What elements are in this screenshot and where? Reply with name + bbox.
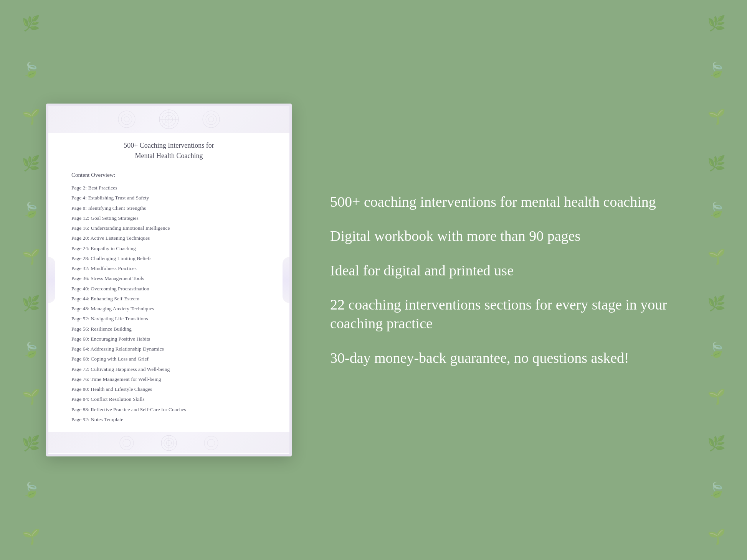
feature-item: Ideal for digital and printed use [330, 261, 701, 280]
svg-point-11 [206, 114, 216, 125]
leaf-decoration: 🌿 [22, 436, 40, 451]
toc-page-number: Page 88: [71, 407, 89, 412]
toc-item: Page 20: Active Listening Techniques [71, 233, 266, 243]
toc-page-number: Page 72: [71, 366, 89, 372]
toc-page-number: Page 56: [71, 326, 89, 332]
leaf-decoration: 🌿 [22, 156, 40, 171]
toc-page-number: Page 44: [71, 296, 89, 301]
leaf-decoration: 🍃 [22, 343, 40, 357]
toc-item: Page 80: Health and Lifestyle Changes [71, 384, 266, 394]
svg-point-19 [123, 439, 131, 447]
toc-page-number: Page 36: [71, 275, 89, 281]
content-overview-label: Content Overview: [71, 172, 266, 178]
leaf-decoration: 🌱 [707, 249, 726, 264]
leaf-decoration: 🌱 [707, 529, 726, 544]
leaf-decoration: 🌿 [22, 296, 40, 311]
features-panel: 500+ coaching interventions for mental h… [322, 193, 701, 367]
feature-item: 500+ coaching interventions for mental h… [330, 193, 701, 211]
document-card: 500+ Coaching Interventions for Mental H… [46, 104, 292, 456]
toc-page-number: Page 80: [71, 386, 89, 392]
leaf-decoration: 🍃 [22, 483, 40, 497]
toc-page-number: Page 76: [71, 376, 89, 382]
leaf-decoration: 🍃 [22, 63, 40, 77]
feature-item: 30-day money-back guarantee, no question… [330, 349, 701, 367]
toc-page-number: Page 16: [71, 225, 89, 231]
side-decoration-left [46, 257, 55, 303]
doc-title-line2: Mental Health Coaching [135, 152, 203, 160]
svg-point-20 [204, 436, 218, 450]
leaf-decoration: 🌿 [707, 296, 726, 311]
leaf-decoration: 🌿 [22, 16, 40, 31]
doc-title-line1: 500+ Coaching Interventions for [124, 142, 214, 149]
toc-item: Page 28: Challenging Limiting Beliefs [71, 254, 266, 264]
feature-item: 22 coaching interventions sections for e… [330, 295, 701, 333]
svg-point-18 [120, 436, 134, 450]
toc-item: Page 76: Time Management for Well-being [71, 374, 266, 384]
toc-item: Page 56: Resilience Building [71, 324, 266, 334]
toc-item: Page 64: Addressing Relationship Dynamic… [71, 344, 266, 354]
leaf-decoration: 🌿 [707, 436, 726, 451]
toc-item: Page 48: Managing Anxiety Techniques [71, 304, 266, 314]
document-title: 500+ Coaching Interventions for Mental H… [71, 140, 266, 161]
toc-page-number: Page 48: [71, 306, 89, 311]
toc-page-number: Page 92: [71, 417, 89, 422]
toc-page-number: Page 28: [71, 255, 89, 261]
toc-item: Page 12: Goal Setting Strategies [71, 213, 266, 223]
leaf-decoration: 🍃 [22, 203, 40, 217]
svg-point-21 [207, 439, 215, 447]
svg-point-12 [208, 117, 214, 122]
toc-item: Page 92: Notes Template [71, 415, 266, 425]
toc-page-number: Page 84: [71, 396, 89, 402]
feature-item: Digital workbook with more than 90 pages [330, 227, 701, 245]
leaf-decoration: 🍃 [707, 63, 726, 77]
leaf-decoration: 🌱 [22, 109, 40, 124]
mandala-bottom-svg [104, 433, 234, 453]
main-layout: 500+ Coaching Interventions for Mental H… [0, 81, 747, 479]
toc-item: Page 2: Best Practices [71, 183, 266, 193]
toc-item: Page 88: Reflective Practice and Self-Ca… [71, 405, 266, 415]
toc-page-number: Page 2: [71, 185, 87, 191]
toc-page-number: Page 60: [71, 336, 89, 342]
leaf-decoration: 🌱 [707, 109, 726, 124]
toc-item: Page 44: Enhancing Self-Esteem [71, 294, 266, 304]
toc-page-number: Page 8: [71, 205, 87, 211]
toc-page-number: Page 24: [71, 245, 89, 251]
leaf-decoration: 🍃 [707, 203, 726, 217]
side-decoration-right [283, 257, 292, 303]
toc-item: Page 36: Stress Management Tools [71, 273, 266, 283]
svg-point-8 [121, 114, 132, 125]
toc-page-number: Page 52: [71, 316, 89, 321]
toc-page-number: Page 12: [71, 215, 89, 221]
toc-item: Page 52: Navigating Life Transitions [71, 314, 266, 324]
leaf-decoration: 🍃 [707, 343, 726, 357]
toc-item: Page 4: Establishing Trust and Safety [71, 193, 266, 203]
toc-item: Page 84: Conflict Resolution Skills [71, 394, 266, 404]
leaf-decoration: 🌿 [707, 16, 726, 31]
svg-point-10 [203, 111, 220, 128]
toc-page-number: Page 4: [71, 195, 87, 201]
toc-item: Page 40: Overcoming Procrastination [71, 284, 266, 294]
toc-page-number: Page 64: [71, 346, 89, 352]
leaf-decoration: 🍃 [707, 483, 726, 497]
right-leaf-border: 🌿 🍃 🌱 🌿 🍃 🌱 🌿 🍃 🌱 🌿 🍃 🌱 [686, 0, 747, 560]
document-content: 500+ Coaching Interventions for Mental H… [48, 133, 289, 432]
leaf-decoration: 🌱 [22, 529, 40, 544]
toc-item: Page 24: Empathy in Coaching [71, 244, 266, 254]
mandala-top-svg [104, 108, 234, 131]
toc-page-number: Page 20: [71, 235, 89, 241]
leaf-decoration: 🌱 [22, 249, 40, 264]
svg-point-7 [118, 111, 135, 128]
toc-item: Page 16: Understanding Emotional Intelli… [71, 223, 266, 233]
toc-page-number: Page 68: [71, 356, 89, 362]
leaf-decoration: 🌱 [707, 389, 726, 404]
leaf-decoration: 🌿 [707, 156, 726, 171]
table-of-contents: Page 2: Best PracticesPage 4: Establishi… [71, 183, 266, 425]
toc-item: Page 32: Mindfulness Practices [71, 264, 266, 273]
doc-bottom-decoration [48, 432, 289, 453]
toc-page-number: Page 32: [71, 265, 89, 271]
svg-point-9 [124, 117, 129, 122]
toc-item: Page 72: Cultivating Happiness and Well-… [71, 364, 266, 374]
toc-page-number: Page 40: [71, 286, 89, 292]
leaf-decoration: 🌱 [22, 389, 40, 404]
toc-item: Page 8: Identifying Client Strengths [71, 203, 266, 213]
